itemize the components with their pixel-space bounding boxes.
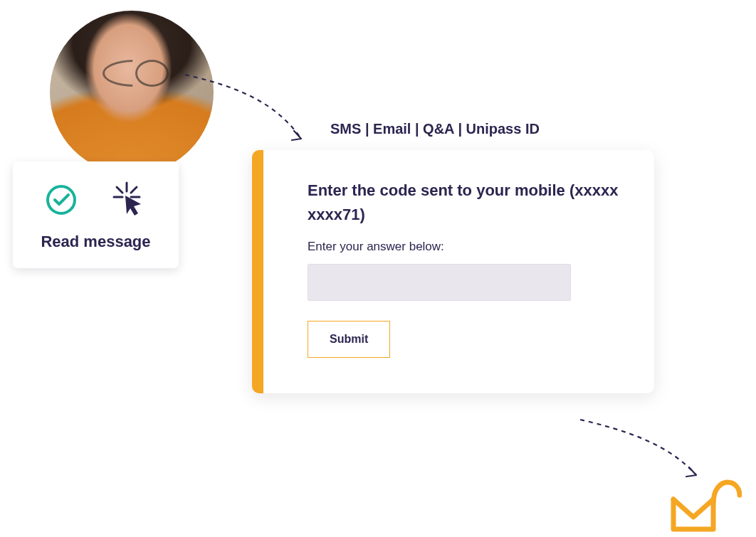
check-circle-icon xyxy=(46,184,77,216)
svg-point-0 xyxy=(48,186,75,213)
verification-heading: Enter the code sent to your mobile (xxxx… xyxy=(308,179,622,227)
avatar xyxy=(50,11,214,174)
accent-bar xyxy=(252,150,263,393)
read-message-card[interactable]: Read message xyxy=(13,161,179,268)
unlock-mail-icon xyxy=(671,478,742,533)
read-message-label: Read message xyxy=(27,233,164,251)
svg-line-4 xyxy=(117,187,122,193)
verification-sublabel: Enter your answer below: xyxy=(308,240,622,254)
verification-card: Enter the code sent to your mobile (xxxx… xyxy=(252,150,654,393)
svg-line-5 xyxy=(131,187,137,193)
verification-section: SMS | Email | Q&A | Unipass ID Enter the… xyxy=(252,121,654,393)
read-card-icon-row xyxy=(27,181,164,218)
submit-button[interactable]: Submit xyxy=(308,321,390,358)
verification-body: Enter the code sent to your mobile (xxxx… xyxy=(263,150,654,393)
arrow-to-unlock-icon xyxy=(577,413,705,484)
cursor-click-icon xyxy=(110,181,147,218)
auth-method-tabs[interactable]: SMS | Email | Q&A | Unipass ID xyxy=(330,121,654,137)
code-input[interactable] xyxy=(308,264,571,301)
